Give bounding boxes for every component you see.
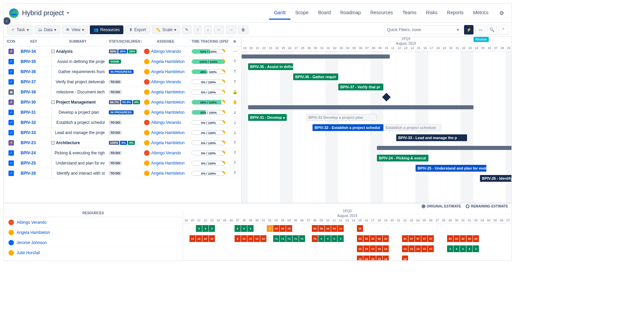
nav-metrics[interactable]: Metrics bbox=[468, 6, 493, 20]
allocation-cell[interactable]: 32 bbox=[454, 235, 460, 242]
issue-key[interactable]: BPIV-26 bbox=[19, 171, 49, 176]
allocation-cell[interactable]: 13 bbox=[376, 256, 383, 261]
row-action-icon[interactable]: ⤓ bbox=[228, 130, 241, 135]
task-button[interactable]: ＋Task▾ bbox=[7, 25, 33, 35]
gantt-bar[interactable]: BPIV-36 - Gather requir bbox=[293, 73, 338, 80]
allocation-cell[interactable]: 4 bbox=[325, 235, 331, 242]
allocation-cell[interactable]: 13 bbox=[408, 245, 415, 252]
issue-summary[interactable]: −Project Management bbox=[49, 100, 107, 105]
allocation-cell[interactable]: 3 bbox=[209, 225, 215, 232]
arrow-left-icon[interactable]: ← bbox=[214, 25, 224, 34]
allocation-cell[interactable]: 3 bbox=[241, 225, 247, 232]
allocation-cell[interactable]: 3 bbox=[202, 225, 209, 232]
allocation-cell[interactable]: 3 bbox=[454, 245, 460, 252]
allocation-cell[interactable]: 13 bbox=[370, 245, 376, 252]
tree-toggle-icon[interactable]: − bbox=[51, 141, 55, 145]
allocation-cell[interactable]: 32 bbox=[370, 235, 376, 242]
allocation-cell[interactable]: 12 bbox=[202, 235, 209, 242]
allocation-cell[interactable]: 12 bbox=[196, 235, 202, 242]
row-action-icon[interactable]: ⤒ bbox=[228, 59, 241, 64]
assignee-link[interactable]: Angela Hambleton bbox=[142, 100, 189, 105]
allocation-cell[interactable]: 13 bbox=[421, 245, 428, 252]
allocation-cell[interactable]: <1 bbox=[293, 235, 299, 242]
gantt-bar[interactable]: BPIV-35 - Assist in definin bbox=[248, 63, 293, 70]
issue-summary[interactable]: −Architecture bbox=[49, 140, 107, 145]
back-button[interactable]: ‹ bbox=[3, 17, 11, 25]
allocation-cell[interactable]: 12 bbox=[241, 235, 247, 242]
col-status[interactable]: STATUS|CHILDREN BY S bbox=[107, 40, 142, 43]
assignee-link[interactable]: Angela Hambleton bbox=[142, 69, 189, 74]
issue-key[interactable]: BPIV-36 bbox=[19, 69, 49, 74]
allocation-cell[interactable]: 32 bbox=[363, 235, 370, 242]
tree-toggle-icon[interactable]: − bbox=[51, 50, 55, 53]
scale-button[interactable]: 📏Scale▾ bbox=[152, 25, 180, 34]
assignee-link[interactable]: Angela Hambleton bbox=[142, 110, 189, 115]
col-summary[interactable]: SUMMARY bbox=[49, 40, 107, 43]
gantt-bar[interactable] bbox=[377, 146, 512, 150]
issue-key[interactable]: BPIV-23 bbox=[19, 140, 49, 145]
resource-person[interactable]: Julie Horsfall bbox=[4, 248, 183, 258]
allocation-cell[interactable]: 13 bbox=[383, 256, 389, 261]
col-icon[interactable]: ICON bbox=[4, 40, 19, 43]
gantt-bar[interactable]: Establish a project schedule bbox=[383, 124, 441, 131]
assignee-link[interactable]: Albingo Verando bbox=[142, 120, 189, 125]
issue-key[interactable]: BPIV-31 bbox=[19, 110, 49, 115]
allocation-cell[interactable]: 13 bbox=[428, 245, 434, 252]
bolt-icon[interactable]: ⚡ bbox=[464, 25, 474, 35]
issue-summary[interactable]: Assist in defining the proje bbox=[49, 57, 107, 67]
allocation-cell[interactable]: <1 bbox=[286, 235, 293, 242]
allocation-cell[interactable]: 13 bbox=[383, 245, 389, 252]
edit-icon[interactable]: ✎ bbox=[182, 25, 192, 34]
arrow-right-icon[interactable]: → bbox=[226, 25, 236, 34]
settings-gear-icon[interactable]: ⚙ bbox=[497, 6, 506, 20]
allocation-cell[interactable]: 31 bbox=[402, 235, 408, 242]
allocation-cell[interactable]: 3 bbox=[235, 225, 241, 232]
allocation-cell[interactable]: 13 bbox=[402, 245, 408, 252]
arrow-up-icon[interactable]: ↑ bbox=[194, 25, 202, 34]
issue-summary[interactable]: Verify that project deliverab bbox=[49, 77, 107, 87]
col-timetracking[interactable]: TIME TRACKING (SPENT) bbox=[189, 40, 228, 43]
allocation-cell[interactable]: 13 bbox=[357, 245, 363, 252]
allocation-cell[interactable]: 3 bbox=[247, 225, 254, 232]
allocation-cell[interactable]: 32 bbox=[383, 235, 389, 242]
allocation-cell[interactable]: 3 bbox=[473, 245, 479, 252]
issue-key[interactable]: BPIV-37 bbox=[19, 80, 49, 84]
gantt-bar[interactable]: BPIV-33 - Lead and manage the p bbox=[396, 134, 467, 141]
resources-button[interactable]: 👥Resources bbox=[90, 25, 123, 34]
resource-person[interactable]: Jerome Johnson bbox=[4, 238, 183, 248]
allocation-cell[interactable]: 23 bbox=[273, 225, 280, 232]
row-action-icon[interactable]: ⤒ bbox=[228, 69, 241, 74]
allocation-cell[interactable]: 23 bbox=[280, 225, 286, 232]
assignee-link[interactable]: Albingo Verando bbox=[142, 150, 189, 156]
allocation-cell[interactable]: 14 bbox=[325, 225, 331, 232]
tree-toggle-icon[interactable]: − bbox=[51, 101, 55, 104]
issue-summary[interactable]: Establish a project schedul bbox=[49, 117, 107, 128]
allocation-cell[interactable]: 16 bbox=[338, 225, 344, 232]
allocation-cell[interactable]: 13 bbox=[363, 245, 370, 252]
allocation-cell[interactable]: <1 bbox=[280, 235, 286, 242]
gantt-bar[interactable]: BPIV-37 - Verify that pr bbox=[338, 84, 383, 90]
issue-summary[interactable]: Lead and manage the proje bbox=[49, 128, 107, 138]
issue-summary[interactable]: Identify and interact with st bbox=[49, 168, 107, 178]
allocation-cell[interactable]: 4 bbox=[338, 235, 344, 242]
allocation-cell[interactable]: <1 bbox=[273, 235, 280, 242]
allocation-cell[interactable]: 13 bbox=[363, 256, 370, 261]
assignee-link[interactable]: Angela Hambleton bbox=[142, 130, 189, 135]
nav-reports[interactable]: Reports bbox=[442, 6, 468, 20]
allocation-cell[interactable]: 13 bbox=[402, 256, 408, 261]
nav-gantt[interactable]: Gantt bbox=[269, 6, 290, 20]
gantt-bar[interactable]: BPIV-32 - Establish a project schedul bbox=[313, 124, 383, 131]
allocation-cell[interactable]: 15 bbox=[331, 225, 338, 232]
allocation-cell[interactable]: 32 bbox=[447, 235, 454, 242]
allocation-cell[interactable]: 47 bbox=[408, 235, 415, 242]
row-action-icon[interactable]: ⤒ bbox=[228, 151, 241, 155]
allocation-cell[interactable]: 39 bbox=[312, 225, 318, 232]
allocation-cell[interactable]: 3 bbox=[447, 245, 454, 252]
allocation-cell[interactable]: 12 bbox=[254, 235, 260, 242]
allocation-cell[interactable]: 47 bbox=[415, 235, 421, 242]
issue-summary[interactable]: Understand and plan for ev bbox=[49, 158, 107, 168]
nav-board[interactable]: Board bbox=[313, 6, 335, 20]
data-button[interactable]: 🗂Data▾ bbox=[35, 25, 60, 34]
assignee-link[interactable]: Albingo Verando bbox=[142, 49, 189, 54]
allocation-cell[interactable]: 12 bbox=[247, 235, 254, 242]
